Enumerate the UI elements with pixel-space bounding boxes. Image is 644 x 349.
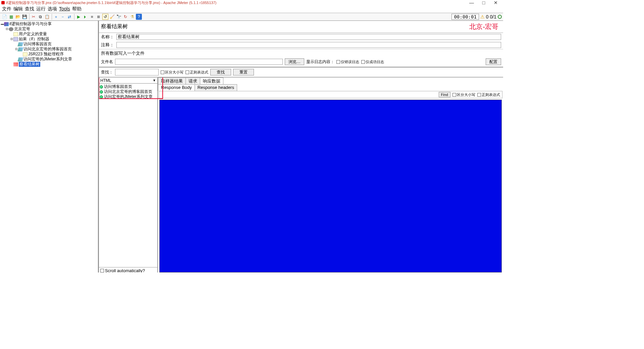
find-case-checkbox[interactable] [452, 93, 456, 97]
response-tabs: 取样器结果 请求 响应数据 [158, 78, 503, 84]
save-icon[interactable]: 💾 [21, 14, 28, 20]
toggle-icon[interactable]: ⇄ [66, 14, 72, 20]
case-label: 区分大小写 [165, 70, 183, 75]
tab-sampler-result[interactable]: 取样器结果 [158, 78, 186, 84]
menu-file[interactable]: 文件 [2, 6, 11, 12]
success-log-checkbox[interactable] [361, 60, 365, 64]
name-label: 名称： [101, 34, 115, 40]
menu-edit[interactable]: 编辑 [13, 6, 23, 12]
regex-label: 正则表达式 [190, 70, 208, 75]
response-body-view[interactable] [159, 100, 502, 272]
case-checkbox[interactable] [161, 70, 164, 74]
tab-response-data[interactable]: 响应数据 [200, 78, 223, 84]
configure-button[interactable]: 配置 [486, 58, 501, 65]
success-icon: ✓ [100, 85, 103, 89]
result-list[interactable]: ✓访问博客园首页 ✓访问北京宏哥的博客园首页 ✓访问宏哥的JMeter系列文章 [99, 84, 157, 267]
stop-icon[interactable]: ■ [89, 14, 95, 20]
threadgroup-icon [9, 27, 13, 31]
panel-title: 察看结果树 [101, 23, 128, 30]
cut-icon[interactable]: ✂ [31, 14, 37, 20]
regex-checkbox[interactable] [185, 70, 189, 74]
editor-panel: 察看结果树 北京-宏哥 名称： 注释： 所有数据写入一个文件 文件名 浏览… 显… [98, 21, 503, 272]
results-split: HTML ▼ ✓访问博客园首页 ✓访问北京宏哥的博客园首页 ✓访问宏哥的JMet… [99, 77, 503, 272]
warning-icon[interactable]: ⚠ [480, 14, 485, 19]
menu-run[interactable]: 运行 [36, 6, 46, 12]
close-button[interactable]: ✕ [492, 0, 499, 5]
menu-tools[interactable]: Tools [59, 6, 70, 12]
success-icon: ✓ [100, 95, 103, 99]
find-button[interactable]: Find [439, 92, 450, 97]
log-display-label: 显示日志内容： [306, 59, 334, 65]
tree-item-selected[interactable]: 察看结果树 [19, 62, 40, 67]
tree-root[interactable]: if逻辑控制器学习与分享 [9, 21, 52, 27]
open-icon[interactable]: 📂 [15, 14, 21, 20]
tree-item[interactable]: JSR223 预处理程序 [28, 52, 64, 57]
separator [29, 14, 30, 20]
paste-icon[interactable]: 📋 [44, 14, 50, 20]
find-regex-checkbox[interactable] [477, 93, 481, 97]
scroll-auto-checkbox[interactable] [100, 269, 104, 272]
file-section-title: 所有数据写入一个文件 [99, 49, 503, 57]
reset-search-icon[interactable]: ↻ [122, 14, 128, 20]
elapsed-time: 00:00:01 [451, 14, 479, 20]
shutdown-icon[interactable]: ⏹ [96, 14, 102, 20]
menu-search[interactable]: 查找 [25, 6, 34, 12]
tree-toggle[interactable]: ⊟ [5, 27, 9, 32]
sampler-icon [17, 57, 23, 61]
menu-bar: 文件 编辑 查找 运行 选项 Tools 帮助 [0, 5, 503, 13]
window-controls: — □ ✕ [468, 0, 499, 5]
minimize-button[interactable]: — [468, 0, 475, 5]
find-regex-label: 正则表达式 [482, 92, 500, 97]
tab-request[interactable]: 请求 [185, 78, 200, 84]
start-icon[interactable]: ▶ [75, 14, 82, 20]
test-plan-tree[interactable]: ▬if逻辑控制器学习与分享 ⊟北京宏哥 用户定义的变量 ⊟如果（If）控制器 访… [0, 21, 98, 272]
separator [74, 14, 74, 20]
result-item[interactable]: ✓访问北京宏哥的博客园首页 [100, 89, 157, 94]
find-bar: Find 区分大小写 正则表达式 [159, 91, 502, 98]
subtab-response-headers[interactable]: Response headers [195, 84, 237, 91]
tree-threadgroup[interactable]: 北京宏哥 [14, 27, 30, 32]
browse-button[interactable]: 浏览… [285, 58, 304, 65]
testplan-icon [4, 22, 9, 26]
comment-label: 注释： [101, 42, 115, 48]
help-icon[interactable]: ? [136, 14, 142, 20]
chevron-down-icon: ▼ [153, 79, 156, 82]
app-icon [1, 1, 5, 4]
subtab-response-body[interactable]: Response Body [158, 84, 195, 91]
name-input[interactable] [116, 34, 501, 40]
tree-toggle[interactable]: ⊟ [10, 37, 13, 42]
templates-icon[interactable]: ▦ [8, 14, 14, 20]
vars-icon [13, 32, 18, 36]
separator [52, 14, 52, 20]
collapse-icon[interactable]: － [60, 14, 66, 20]
menu-options[interactable]: 选项 [48, 6, 57, 12]
function-helper-icon[interactable]: ⚗ [129, 14, 135, 20]
expand-icon[interactable]: ＋ [53, 14, 59, 20]
search-icon[interactable]: 🔭 [116, 14, 122, 20]
error-log-checkbox[interactable] [336, 60, 340, 64]
tree-item[interactable]: 访问宏哥的JMeter系列文章 [23, 57, 72, 62]
tree-item[interactable]: 用户定义的变量 [19, 32, 47, 37]
search-button[interactable]: 查找 [210, 69, 231, 76]
reset-button[interactable]: 重置 [233, 69, 254, 76]
tree-item[interactable]: 访问博客园首页 [23, 42, 52, 47]
renderer-combo[interactable]: HTML ▼ [99, 78, 157, 84]
clear-icon[interactable]: ↺ [102, 14, 108, 20]
menu-help[interactable]: 帮助 [72, 6, 82, 12]
copy-icon[interactable]: ⧉ [37, 14, 43, 20]
start-no-timers-icon[interactable]: ⏵ [82, 14, 88, 20]
comment-input[interactable] [116, 42, 501, 48]
tree-toggle[interactable]: ▬ [1, 21, 4, 27]
new-icon[interactable]: 📄 [1, 14, 7, 20]
if-controller-icon [13, 37, 18, 41]
tree-item[interactable]: 访问北京宏哥的博客园首页 [23, 47, 72, 52]
response-subtabs: Response Body Response headers [158, 84, 503, 91]
clear-all-icon[interactable]: 🧹 [109, 14, 115, 20]
result-item[interactable]: ✓访问博客园首页 [100, 84, 157, 89]
result-item[interactable]: ✓访问宏哥的JMeter系列文章 [100, 94, 157, 99]
maximize-button[interactable]: □ [480, 0, 487, 5]
search-input[interactable] [115, 69, 159, 76]
tree-item[interactable]: 如果（If）控制器 [19, 37, 49, 42]
sampler-icon [17, 47, 23, 51]
filename-input[interactable] [115, 59, 283, 65]
